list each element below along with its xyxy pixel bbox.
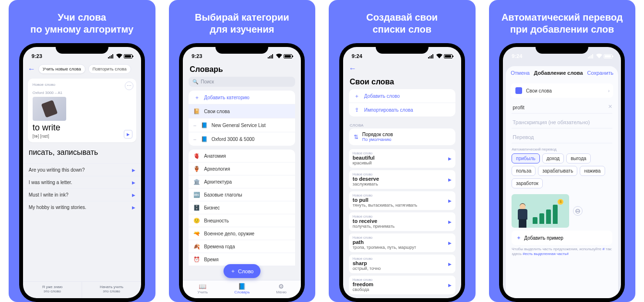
page-title: Словарь — [183, 62, 301, 77]
word-row[interactable]: Новое словоto receiveполучать, принимать… — [349, 212, 455, 231]
user-lists: ＋ Добавить категорию 📔 Свои слова – 📘 Ne… — [189, 91, 295, 146]
back-icon[interactable]: ← — [349, 64, 357, 73]
word-badge: Новое слово — [353, 151, 452, 155]
source-label: Oxford 3000 – A1 — [33, 91, 131, 95]
category-icon: 🫀 — [193, 152, 200, 159]
category-row[interactable]: 🗄️Бизнес — [189, 201, 295, 214]
category-row[interactable]: 🔤Базовые глаголы — [189, 188, 295, 201]
word-row[interactable]: Новое словоbeautifulкрасивый▶ — [349, 149, 455, 168]
play-icon[interactable]: ▶ — [132, 180, 135, 185]
already-know-button[interactable]: Я уже знаю это слово — [23, 282, 83, 298]
notch — [536, 43, 588, 54]
translation-chip[interactable]: прибыль — [512, 153, 540, 163]
import-icon: ⇪ — [354, 106, 360, 113]
word-image — [33, 97, 66, 121]
category-row[interactable]: 🔫Военное дело, оружие — [189, 227, 295, 240]
more-icon[interactable]: ⋯ — [125, 81, 133, 90]
person-icon — [516, 204, 529, 228]
translation-chip[interactable]: польза — [512, 166, 536, 176]
play-icon[interactable]: ▶ — [448, 177, 452, 182]
phone-frame: 9:23 ← Учить новые слова Повторить слова… — [19, 43, 145, 302]
play-icon[interactable]: ▶ — [448, 198, 452, 203]
translation-chip[interactable]: нажива — [580, 166, 605, 176]
word-row[interactable]: Новое словоsharpострый, точно▶ — [349, 255, 455, 273]
remove-image-button[interactable]: ⊖ — [573, 206, 583, 216]
clear-icon[interactable]: ✕ — [608, 104, 612, 110]
category-row[interactable]: 🫀Анатомия — [189, 150, 295, 163]
signal-icon — [428, 54, 435, 58]
back-icon[interactable]: ← — [28, 65, 36, 73]
translation-chip[interactable]: зарабатывать — [538, 166, 577, 176]
tab-label: Учить — [197, 290, 208, 294]
add-word-fab[interactable]: ＋ Слово — [224, 264, 260, 278]
phone-frame: 9:24 ← Свои слова ＋ Добавить слово ⇪ Имп — [339, 43, 465, 302]
start-learning-button[interactable]: Начать учить это слово — [82, 282, 141, 298]
signal-icon — [268, 54, 274, 58]
tab-learn[interactable]: 📖Учить — [183, 280, 222, 298]
panel-title: Автоматический перевод при добавлении сл… — [497, 0, 628, 43]
list-row[interactable]: – 📘 New General Service List — [189, 118, 295, 132]
add-example-label: Добавить пример — [524, 235, 563, 241]
sort-icon: ⇅ — [354, 134, 358, 140]
screen-dictionary: 9:23 Словарь 🔍 Поиск ＋ Добавить категори… — [183, 47, 301, 298]
word-translation: свобода — [353, 287, 452, 292]
word-input[interactable]: profit ✕ — [512, 102, 612, 114]
hint-text: Чтобы выделить часть предложения, исполь… — [512, 247, 612, 257]
list-row[interactable]: – 📘 Oxford 3000 & 5000 — [189, 132, 295, 146]
import-words-button[interactable]: ⇪ Импортировать слова — [349, 103, 455, 116]
word-badge: Новое слово — [353, 215, 452, 218]
translation-chip[interactable]: доход — [542, 153, 564, 163]
translation-input[interactable]: Перевод — [512, 131, 612, 143]
play-icon[interactable]: ▶ — [448, 220, 452, 224]
search-input[interactable]: 🔍 Поиск — [189, 77, 295, 87]
battery-icon — [124, 54, 132, 58]
word-row[interactable]: Новое словоfreedomсвобода▶ — [349, 276, 455, 294]
category-row[interactable]: 🏺Археология — [189, 163, 295, 175]
play-audio-button[interactable]: ▶ — [124, 130, 132, 139]
dash-icon: – — [193, 123, 196, 128]
learn-topbar: ← Учить новые слова Повторить слова — [23, 62, 141, 76]
transcription-input[interactable]: Транскрипция (не обязательно) — [512, 116, 612, 128]
play-icon[interactable]: ▶ — [132, 205, 135, 210]
category-row[interactable]: 🍂Времена года — [189, 240, 295, 253]
clock: 9:24 — [352, 53, 362, 59]
gear-icon: ⚙ — [262, 283, 301, 290]
order-label: Порядок слов — [362, 132, 393, 137]
tab-repeat[interactable]: Повторить слова — [88, 64, 131, 74]
category-row[interactable]: 🙂Внешность — [189, 214, 295, 227]
play-icon[interactable]: ▶ — [132, 168, 135, 173]
category-name: Внешность — [204, 218, 229, 223]
book-icon: 📔 — [193, 108, 200, 115]
word-row[interactable]: Новое словоto deserveзаслуживать▶ — [349, 170, 455, 189]
play-icon[interactable]: ▶ — [448, 283, 452, 288]
tab-menu[interactable]: ⚙Меню — [262, 280, 301, 298]
category-icon: 🍂 — [193, 243, 200, 250]
add-example-button[interactable]: ＋ Добавить пример — [512, 231, 612, 245]
panel-title: Выбирай категории для изучения — [190, 0, 294, 43]
own-words-row[interactable]: 📔 Свои слова — [189, 105, 295, 118]
list-color-icon — [515, 87, 522, 94]
word-row[interactable]: Новое словоto pullтянуть, вытаскивать, н… — [349, 191, 455, 210]
actions-card: ＋ Добавить слово ⇪ Импортировать слова — [349, 89, 455, 116]
headword: to write — [33, 123, 131, 133]
save-button[interactable]: Сохранить — [587, 70, 614, 76]
plus-icon: ＋ — [354, 93, 360, 99]
tab-dictionary[interactable]: 📘Словарь — [222, 280, 262, 298]
clock: 9:23 — [191, 53, 202, 59]
translation-chip[interactable]: выгода — [566, 153, 591, 163]
add-word-button[interactable]: ＋ Добавить слово — [349, 89, 455, 103]
category-row[interactable]: 🏛️Архитектура — [189, 175, 295, 188]
play-icon[interactable]: ▶ — [448, 262, 452, 267]
category-name: Времена года — [204, 244, 235, 249]
list-selector[interactable]: Свои слова › — [511, 83, 613, 98]
translation-chip[interactable]: заработок — [512, 178, 543, 188]
play-icon[interactable]: ▶ — [448, 241, 452, 245]
word-row[interactable]: Новое словоpathтропа, тропинка, путь, ма… — [349, 233, 455, 252]
order-selector[interactable]: ⇅ Порядок слов По умолчанию — [349, 128, 455, 145]
cancel-button[interactable]: Отмена — [511, 70, 529, 76]
tab-learn-new[interactable]: Учить новые слова — [38, 64, 85, 74]
add-category-button[interactable]: ＋ Добавить категорию — [189, 91, 295, 105]
play-icon[interactable]: ▶ — [448, 156, 452, 161]
example-text: I was writing a letter. — [29, 180, 72, 185]
play-icon[interactable]: ▶ — [132, 193, 135, 197]
